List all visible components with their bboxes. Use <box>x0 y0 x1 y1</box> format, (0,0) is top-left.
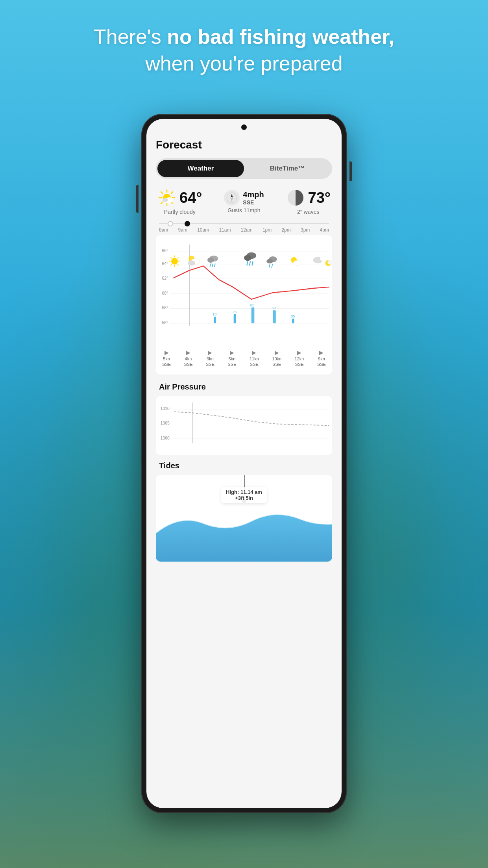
wind-dir-3: SSE <box>206 362 214 367</box>
weather-main: 64° <box>157 188 202 207</box>
svg-text:56°: 56° <box>162 321 168 325</box>
svg-line-58 <box>247 262 248 265</box>
time-10am: 10am <box>197 227 209 233</box>
condition: Partly cloudy <box>164 209 196 215</box>
camera-dot <box>241 124 247 130</box>
svg-rect-33 <box>292 319 294 323</box>
tides-title: Tides <box>159 461 332 470</box>
tides-chart: High: 11.14 am +3ft 5in <box>156 475 332 562</box>
tab-switcher: Weather BiteTime™ <box>156 158 332 179</box>
wind-cell-5: ▶ 11kn SSE <box>250 349 259 367</box>
tab-bitetime[interactable]: BiteTime™ <box>244 160 331 177</box>
slider-thumb-right <box>185 221 190 226</box>
weather-chart: 66° 64° 62° 60° 58° 56° <box>156 235 332 375</box>
tab-weather[interactable]: Weather <box>157 160 244 177</box>
pressure-svg: 1010 1005 1000 <box>159 402 329 447</box>
svg-rect-32 <box>273 310 276 323</box>
moon-icon <box>286 188 305 207</box>
wind-arrow-7: ▶ <box>297 349 301 356</box>
svg-point-68 <box>320 256 327 261</box>
wind-dir-2: SSE <box>184 362 192 367</box>
svg-point-66 <box>293 260 301 265</box>
svg-text:.25: .25 <box>231 310 237 314</box>
svg-text:.10: .10 <box>211 312 216 316</box>
wind-speed-7: 12kn <box>295 356 304 361</box>
wind-speed-5: 11kn <box>250 356 259 361</box>
page-title: Forecast <box>156 139 332 151</box>
svg-text:.65: .65 <box>249 303 254 307</box>
headline-bold: no bad fishing weather, <box>167 25 394 48</box>
svg-text:64°: 64° <box>162 262 168 266</box>
wind-dir-5: SSE <box>250 362 259 367</box>
waves: 2" waves <box>297 209 319 215</box>
svg-text:1005: 1005 <box>161 421 170 425</box>
svg-line-46 <box>177 257 179 258</box>
svg-line-63 <box>269 265 270 268</box>
compass-icon <box>224 190 240 206</box>
svg-point-62 <box>266 259 273 263</box>
svg-text:1010: 1010 <box>161 406 170 411</box>
headline-line2: when you're prepared <box>145 52 342 75</box>
wind-speed-2: 4kn <box>185 356 192 361</box>
time-12am: 12am <box>241 227 253 233</box>
time-3pm: 3pm <box>301 227 310 233</box>
wind-main: 4mph SSE <box>224 190 264 206</box>
svg-line-64 <box>272 265 272 268</box>
svg-line-8 <box>161 202 163 204</box>
wind-arrow-6: ▶ <box>275 349 279 356</box>
weather-waves-item: 73° 2" waves <box>286 188 331 215</box>
tides-section: Tides High: 11.14 am +3ft 5in <box>156 461 332 562</box>
wind-speed: 4mph <box>243 190 264 199</box>
svg-text:.05: .05 <box>290 314 295 318</box>
tide-high-time: High: 11.14 am <box>226 489 262 495</box>
wind-speed-4: 5kn <box>229 356 236 361</box>
svg-line-44 <box>170 257 172 258</box>
svg-rect-30 <box>234 314 236 323</box>
wind-arrow-4: ▶ <box>230 349 234 356</box>
sun-icon <box>157 188 176 207</box>
svg-text:60°: 60° <box>162 291 168 295</box>
wind-cell-7: ▶ 12kn SSE <box>295 349 304 367</box>
time-slider[interactable] <box>156 223 332 224</box>
svg-text:1000: 1000 <box>161 436 170 440</box>
svg-point-57 <box>244 255 251 261</box>
svg-point-11 <box>163 198 168 202</box>
wind-cell-8: ▶ 9kn SSE <box>317 349 326 367</box>
time-1pm: 1pm <box>262 227 272 233</box>
wind-dir-4: SSE <box>227 362 236 367</box>
pressure-chart: 1010 1005 1000 <box>156 396 332 455</box>
wind-speed-3: 3kn <box>207 356 214 361</box>
svg-line-7 <box>171 192 173 193</box>
wind-gusts: Gusts 11mph <box>227 207 260 213</box>
svg-line-5 <box>161 192 163 193</box>
svg-text:62°: 62° <box>162 276 168 280</box>
svg-point-70 <box>327 260 332 264</box>
phone-screen: Forecast Weather BiteTime™ <box>146 119 342 808</box>
svg-text:.50: .50 <box>271 306 276 310</box>
headline: There's no bad fishing weather, when you… <box>0 24 488 77</box>
wind-dir-6: SSE <box>272 362 281 367</box>
wind-dir-7: SSE <box>295 362 304 367</box>
air-pressure-title: Air Pressure <box>159 382 332 391</box>
wind-arrow-2: ▶ <box>186 349 190 356</box>
time-11am: 11am <box>219 227 231 233</box>
time-9am: 9am <box>178 227 187 233</box>
wind-dir: SSE <box>243 199 264 206</box>
volume-button <box>349 161 352 181</box>
slider-track <box>159 223 329 224</box>
wind-speed-1: 5kn <box>163 356 170 361</box>
wind-arrow-8: ▶ <box>319 349 323 356</box>
svg-point-39 <box>171 258 178 265</box>
time-labels: 8am 9am 10am 11am 12am 1pm 2pm 3pm 4pm <box>156 227 332 233</box>
time-4pm: 4pm <box>320 227 329 233</box>
wind-cell-4: ▶ 5kn SSE <box>227 349 236 367</box>
time-8am: 8am <box>159 227 168 233</box>
power-button <box>136 185 139 213</box>
wind-cell-3: ▶ 3kn SSE <box>206 349 214 367</box>
svg-point-52 <box>207 258 214 263</box>
wind-speed-6: 10kn <box>272 356 281 361</box>
waves-main: 73° <box>286 188 331 207</box>
time-2pm: 2pm <box>281 227 290 233</box>
weather-temp-item: 64° Partly cloudy <box>157 188 202 215</box>
waves-temp: 73° <box>308 189 331 206</box>
